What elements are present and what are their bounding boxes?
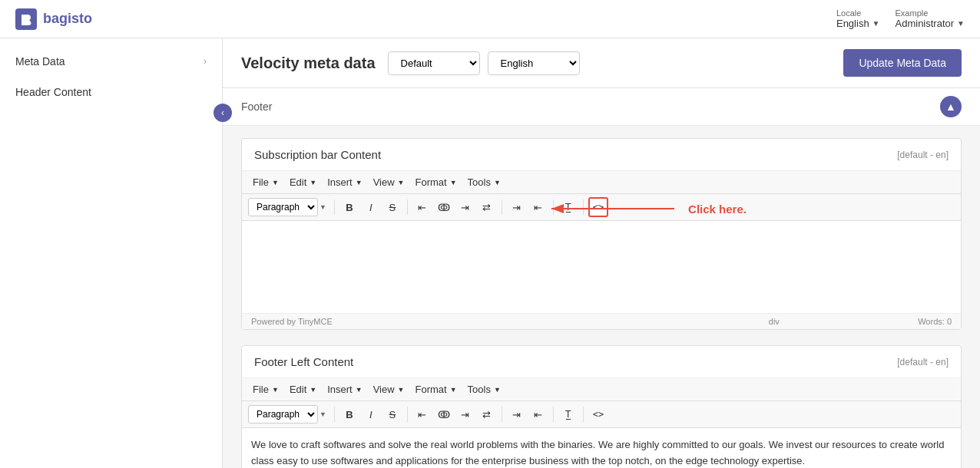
footer-outdent-button[interactable]: ⇤ <box>528 404 548 424</box>
footer-left-section: Footer Left Content [default - en] File … <box>241 345 962 468</box>
footer-insert-menu[interactable]: Insert ▼ <box>323 381 366 397</box>
align-center-button[interactable]: ↂ <box>434 197 454 217</box>
paragraph-select[interactable]: Paragraph <box>248 198 318 216</box>
file-menu[interactable]: File ▼ <box>248 174 283 190</box>
app-layout: Meta Data › Header Content ‹ Velocity me… <box>0 38 980 468</box>
footer-clear-formatting-button[interactable]: T̲ <box>558 404 578 424</box>
footer-view-menu-arrow: ▼ <box>398 386 405 394</box>
chevron-right-icon: › <box>204 56 207 67</box>
footer-left-section-title: Footer Left Content <box>254 355 353 368</box>
page-title: Velocity meta data <box>241 54 376 72</box>
bold-button[interactable]: B <box>339 197 359 217</box>
footer-left-editor-body[interactable]: We love to craft softwares and solve the… <box>242 428 961 468</box>
footer-source-code-button[interactable]: <> <box>588 404 608 424</box>
subscription-toolbar-row1: File ▼ Edit ▼ Insert ▼ View ▼ <box>242 171 961 194</box>
update-meta-data-button[interactable]: Update Meta Data <box>843 49 962 77</box>
footer-toolbar-sep-4 <box>553 407 554 422</box>
subscription-section-title: Subscription bar Content <box>254 148 381 161</box>
locale-dropdown-arrow: ▼ <box>872 19 880 28</box>
view-menu-arrow: ▼ <box>398 179 405 186</box>
footer-tools-menu[interactable]: Tools ▼ <box>463 381 505 397</box>
footer-indent-button[interactable]: ⇥ <box>507 404 527 424</box>
align-right-button[interactable]: ⇥ <box>455 197 475 217</box>
locale-group[interactable]: Locale English ▼ <box>836 8 880 29</box>
footer-format-menu[interactable]: Format ▼ <box>411 381 462 397</box>
footer-view-menu[interactable]: View ▼ <box>369 381 409 397</box>
footer-italic-button[interactable]: I <box>361 404 381 424</box>
click-here-text: Click here. <box>688 203 747 216</box>
footer-toolbar-sep-3 <box>502 407 502 422</box>
subscription-section-header: Subscription bar Content [default - en] <box>242 139 961 171</box>
example-label: Example <box>896 8 929 18</box>
footer-edit-menu[interactable]: Edit ▼ <box>285 381 321 397</box>
subscription-words: Words: 0 <box>918 317 952 326</box>
locale-label: Locale <box>836 8 861 18</box>
sidebar-item-header-content[interactable]: Header Content <box>0 77 222 107</box>
locale-value[interactable]: English ▼ <box>836 18 880 29</box>
sidebar-item-metadata[interactable]: Meta Data › <box>0 46 222 77</box>
indent-button[interactable]: ⇥ <box>507 197 527 217</box>
tools-menu[interactable]: Tools ▼ <box>463 174 505 190</box>
footer-bold-button[interactable]: B <box>339 404 359 424</box>
example-dropdown-arrow: ▼ <box>957 19 965 28</box>
footer-edit-menu-arrow: ▼ <box>310 386 316 394</box>
format-menu[interactable]: Format ▼ <box>411 174 462 190</box>
toolbar-sep-5 <box>583 199 584 215</box>
example-value[interactable]: Administrator ▼ <box>896 18 965 29</box>
outdent-button[interactable]: ⇤ <box>528 197 548 217</box>
page-header-left: Velocity meta data Default English <box>241 51 580 75</box>
scroll-top-button[interactable]: ▲ <box>940 96 962 117</box>
top-header: bagisto Locale English ▼ Example Adminis… <box>0 0 980 38</box>
header-right: Locale English ▼ Example Administrator ▼ <box>836 8 965 29</box>
insert-menu[interactable]: Insert ▼ <box>323 174 366 190</box>
sidebar-item-metadata-label: Meta Data <box>15 55 65 68</box>
source-code-button[interactable]: <> <box>588 197 608 217</box>
subscription-tag: div <box>769 317 780 326</box>
format-menu-arrow: ▼ <box>450 179 457 186</box>
subscription-editor-body[interactable] <box>242 221 961 313</box>
footer-file-menu-arrow: ▼ <box>272 386 279 394</box>
code-btn-wrapper: <> Click here. <box>588 197 608 217</box>
toolbar-sep-4 <box>553 199 554 215</box>
page-header: Velocity meta data Default English Updat… <box>223 38 980 88</box>
default-select[interactable]: Default <box>388 51 480 75</box>
breadcrumb-bar: Footer ▲ <box>223 88 980 126</box>
footer-left-toolbar-row2: Paragraph ▼ B I S ⇤ ↂ ⇥ ⇄ ⇥ ⇤ T̲ <box>242 401 961 428</box>
footer-align-center-button[interactable]: ↂ <box>434 404 454 424</box>
footer-paragraph-select[interactable]: Paragraph <box>248 405 318 424</box>
edit-menu[interactable]: Edit ▼ <box>285 174 321 190</box>
footer-toolbar-sep-2 <box>407 407 408 422</box>
footer-toolbar-sep-5 <box>583 407 584 422</box>
language-select[interactable]: English <box>488 51 580 75</box>
subscription-toolbar-row2: Paragraph ▼ B I S ⇤ ↂ ⇥ ⇄ ⇥ ⇤ T̲ <box>242 194 961 221</box>
italic-button[interactable]: I <box>361 197 381 217</box>
content-area: Subscription bar Content [default - en] … <box>223 126 980 468</box>
clear-formatting-button[interactable]: T̲ <box>558 197 578 217</box>
strikethrough-button[interactable]: S <box>382 197 402 217</box>
subscription-section: Subscription bar Content [default - en] … <box>241 138 962 330</box>
file-menu-arrow: ▼ <box>272 179 279 186</box>
logo-area: bagisto <box>15 8 92 30</box>
sidebar-collapse-button[interactable]: ‹ <box>214 104 232 122</box>
example-group[interactable]: Example Administrator ▼ <box>896 8 965 29</box>
footer-left-section-header: Footer Left Content [default - en] <box>242 346 961 378</box>
logo-icon <box>15 8 37 30</box>
view-menu[interactable]: View ▼ <box>369 174 409 190</box>
insert-menu-arrow: ▼ <box>356 179 363 186</box>
footer-align-left-button[interactable]: ⇤ <box>412 404 432 424</box>
footer-tools-menu-arrow: ▼ <box>494 386 501 394</box>
toolbar-sep-2 <box>407 199 408 215</box>
sidebar-item-header-content-label: Header Content <box>15 86 91 98</box>
footer-align-justify-button[interactable]: ⇄ <box>477 404 497 424</box>
subscription-editor-footer: Powered by TinyMCE div Words: 0 <box>242 313 961 329</box>
sidebar: Meta Data › Header Content <box>0 38 223 468</box>
footer-left-content: We love to craft softwares and solve the… <box>251 437 952 468</box>
align-left-button[interactable]: ⇤ <box>412 197 432 217</box>
footer-strikethrough-button[interactable]: S <box>382 404 402 424</box>
align-justify-button[interactable]: ⇄ <box>477 197 497 217</box>
breadcrumb: Footer <box>241 101 272 113</box>
subscription-powered-by: Powered by TinyMCE <box>251 317 333 326</box>
footer-file-menu[interactable]: File ▼ <box>248 381 283 397</box>
footer-insert-menu-arrow: ▼ <box>356 386 363 394</box>
footer-align-right-button[interactable]: ⇥ <box>455 404 475 424</box>
